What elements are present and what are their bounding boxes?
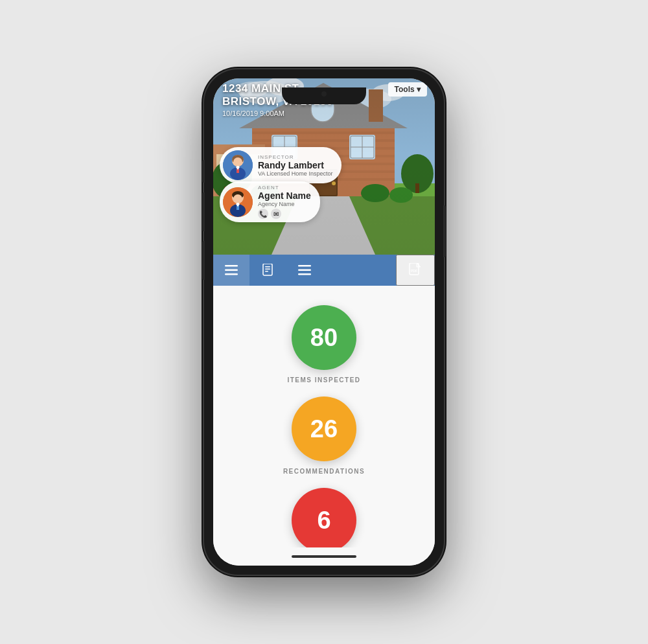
stats-content: 80 ITEMS INSPECTED 26 RECOMMENDATIONS 6 … xyxy=(213,286,435,547)
home-bar xyxy=(292,555,356,558)
inspector-name: Randy Lambert xyxy=(258,160,332,170)
inspector-subtitle: VA Licensed Home Inspector xyxy=(258,170,332,177)
agent-avatar xyxy=(223,187,253,217)
items-inspected-circle: 80 xyxy=(292,305,356,370)
stat-safety: 6 SAFETY/NEEDS ATTENTION xyxy=(270,488,379,547)
svg-rect-62 xyxy=(265,269,270,270)
phone-icon[interactable]: 📞 xyxy=(258,209,268,219)
recommendations-circle: 26 xyxy=(292,397,356,461)
mute-button xyxy=(202,160,205,183)
svg-rect-59 xyxy=(225,273,238,275)
svg-rect-58 xyxy=(225,270,238,271)
svg-point-46 xyxy=(233,157,242,167)
pdf-button[interactable]: PDF xyxy=(396,255,435,286)
svg-rect-63 xyxy=(265,271,268,272)
svg-text:PDF: PDF xyxy=(411,269,417,273)
screen: 1:28 ▲ xyxy=(213,78,435,566)
safety-value: 6 xyxy=(317,507,330,535)
svg-rect-65 xyxy=(298,270,311,271)
list-button[interactable] xyxy=(286,255,323,286)
stat-items-inspected: 80 ITEMS INSPECTED xyxy=(287,305,360,384)
agent-contact-icons: 📞 ✉ xyxy=(258,209,311,219)
hero-section: 1:28 ▲ xyxy=(213,78,435,255)
inspector-label: INSPECTOR xyxy=(258,154,332,160)
svg-rect-64 xyxy=(298,265,311,267)
svg-rect-57 xyxy=(225,265,238,267)
phone-frame: 1:28 ▲ xyxy=(204,69,444,575)
agent-label: AGENT xyxy=(258,185,311,190)
agent-card: AGENT Agent Name Agency Name 📞 ✉ xyxy=(220,181,320,222)
tools-button[interactable]: Tools ▾ xyxy=(388,82,427,97)
svg-rect-66 xyxy=(298,273,311,275)
volume-up-button xyxy=(202,192,205,231)
menu-button[interactable] xyxy=(213,255,249,286)
stat-recommendations: 26 RECOMMENDATIONS xyxy=(283,397,365,475)
svg-rect-61 xyxy=(265,266,270,268)
items-inspected-label: ITEMS INSPECTED xyxy=(287,376,360,384)
svg-point-53 xyxy=(233,194,242,203)
inspector-card: INSPECTOR Randy Lambert VA Licensed Home… xyxy=(220,147,341,183)
document-button[interactable] xyxy=(249,255,286,286)
agent-name: Agent Name xyxy=(258,190,311,201)
agent-agency: Agency Name xyxy=(258,201,311,207)
power-button xyxy=(443,205,446,257)
agent-info: AGENT Agent Name Agency Name 📞 ✉ xyxy=(258,185,311,219)
address-date: 10/16/2019 9:00AM xyxy=(222,109,333,117)
notch xyxy=(282,87,366,104)
inspector-info: INSPECTOR Randy Lambert VA Licensed Home… xyxy=(258,154,332,177)
safety-circle: 6 xyxy=(292,488,356,547)
email-icon[interactable]: ✉ xyxy=(271,209,281,219)
items-inspected-value: 80 xyxy=(310,324,338,352)
inspector-avatar xyxy=(223,150,253,180)
recommendations-label: RECOMMENDATIONS xyxy=(283,468,365,475)
volume-down-button xyxy=(202,241,205,280)
toolbar: PDF xyxy=(213,255,435,286)
home-indicator xyxy=(213,547,435,566)
recommendations-value: 26 xyxy=(310,415,338,443)
